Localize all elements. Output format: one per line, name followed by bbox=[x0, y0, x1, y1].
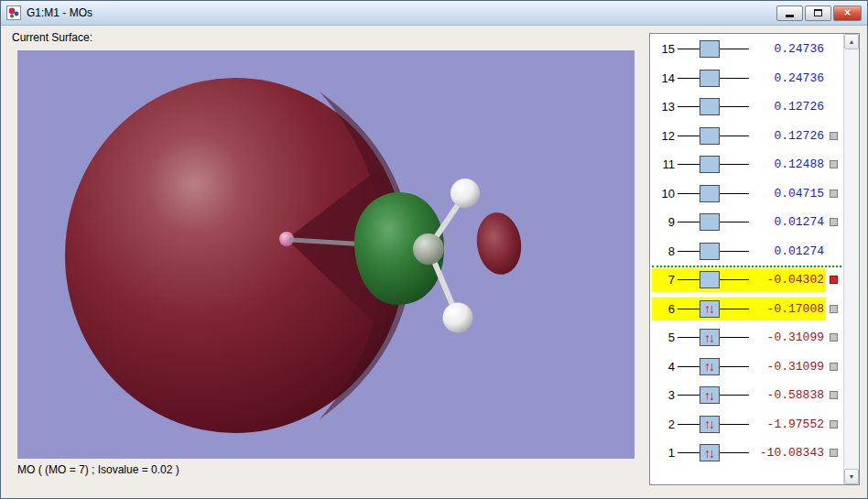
mo-level-line bbox=[678, 309, 700, 309]
mo-select-checkbox[interactable] bbox=[830, 391, 838, 399]
mo-rows: 150.24736140.24736130.12726120.12726110.… bbox=[650, 35, 843, 468]
mo-row-6[interactable]: 6↑↓-0.17008 bbox=[650, 295, 843, 324]
mo-number-label: 6 bbox=[655, 302, 675, 316]
minimize-icon bbox=[786, 15, 794, 17]
mo-orbital-box[interactable] bbox=[700, 156, 720, 173]
mo-select-checkbox[interactable] bbox=[830, 218, 838, 226]
mo-3d-viewport[interactable] bbox=[17, 50, 635, 459]
mo-level-line bbox=[720, 222, 749, 222]
mo-orbital-box[interactable] bbox=[700, 98, 720, 115]
mo-level-line bbox=[678, 136, 700, 136]
mo-energy-value: 0.12726 bbox=[749, 100, 824, 114]
mo-select-checkbox[interactable] bbox=[830, 190, 838, 198]
mo-level-line bbox=[720, 106, 749, 107]
mo-energy-value: -0.58838 bbox=[749, 388, 824, 402]
up-arrow-icon: ▲ bbox=[849, 38, 855, 45]
mo-row-3[interactable]: 3↑↓-0.58838 bbox=[650, 381, 843, 410]
viewport-caption: MO ( (MO = 7) ; Isovalue = 0.02 ) bbox=[17, 463, 179, 476]
mo-level-line bbox=[678, 193, 700, 194]
molecule-orbital-rendering bbox=[17, 50, 635, 459]
current-surface-label: Current Surface: bbox=[12, 31, 92, 44]
mo-energy-value: -0.04302 bbox=[749, 273, 824, 287]
mo-list-scrollbar[interactable]: ▲ ▼ bbox=[843, 34, 859, 484]
mo-select-checkbox[interactable] bbox=[830, 132, 838, 140]
mo-select-checkbox[interactable] bbox=[830, 276, 838, 284]
mo-energy-value: 0.01274 bbox=[749, 244, 824, 258]
mo-orbital-box[interactable] bbox=[700, 70, 720, 87]
mo-number-label: 3 bbox=[655, 388, 675, 402]
mo-level-line bbox=[720, 193, 749, 194]
mo-energy-value: -0.31099 bbox=[749, 331, 824, 344]
mo-orbital-box[interactable] bbox=[700, 213, 720, 231]
mo-select-checkbox[interactable] bbox=[830, 160, 838, 168]
mo-row-4[interactable]: 4↑↓-0.31099 bbox=[650, 353, 843, 382]
mo-number-label: 14 bbox=[655, 71, 675, 85]
mo-number-label: 5 bbox=[655, 331, 675, 344]
mo-number-label: 7 bbox=[655, 273, 675, 287]
mo-row-15[interactable]: 150.24736 bbox=[650, 35, 843, 64]
mo-orbital-box[interactable] bbox=[700, 243, 720, 260]
mo-number-label: 8 bbox=[655, 244, 675, 258]
mo-level-line bbox=[678, 395, 700, 396]
mo-level-line bbox=[678, 49, 700, 49]
mo-energy-value: -1.97552 bbox=[749, 418, 824, 431]
maximize-button[interactable] bbox=[805, 5, 831, 21]
spin-arrows-icon: ↑↓ bbox=[704, 418, 715, 430]
mo-row-13[interactable]: 130.12726 bbox=[650, 92, 843, 122]
window-title: G1:M1 - MOs bbox=[27, 6, 92, 19]
mo-level-line bbox=[678, 164, 700, 165]
mos-window: G1:M1 - MOs × Current Surface: bbox=[0, 0, 868, 499]
mo-row-9[interactable]: 90.01274 bbox=[650, 208, 843, 237]
mo-row-14[interactable]: 140.24736 bbox=[650, 64, 843, 93]
mo-energy-value: 0.12488 bbox=[749, 157, 824, 171]
mo-energy-value: 0.24736 bbox=[749, 42, 824, 56]
mo-orbital-box[interactable] bbox=[700, 127, 720, 145]
mo-orbital-box[interactable] bbox=[700, 271, 720, 288]
mo-energy-value: -0.31099 bbox=[749, 360, 824, 374]
mo-orbital-box[interactable]: ↑↓ bbox=[700, 329, 720, 346]
mo-orbital-box[interactable]: ↑↓ bbox=[700, 444, 720, 461]
mo-row-1[interactable]: 1↑↓-10.08343 bbox=[650, 439, 843, 468]
mo-orbital-box[interactable] bbox=[700, 185, 720, 202]
close-button[interactable]: × bbox=[833, 5, 862, 21]
mo-orbital-box[interactable] bbox=[700, 40, 720, 58]
mo-row-10[interactable]: 100.04715 bbox=[650, 179, 843, 209]
mo-row-7[interactable]: 7-0.04302 bbox=[650, 266, 843, 295]
mo-number-label: 10 bbox=[655, 187, 675, 201]
mo-orbital-box[interactable]: ↑↓ bbox=[700, 386, 720, 404]
mo-row-2[interactable]: 2↑↓-1.97552 bbox=[650, 410, 843, 439]
mo-level-line bbox=[720, 136, 749, 136]
mo-select-checkbox[interactable] bbox=[830, 363, 838, 371]
mo-energy-value: 0.04715 bbox=[749, 187, 824, 201]
mo-level-line bbox=[720, 452, 749, 453]
spin-arrows-icon: ↑↓ bbox=[704, 389, 715, 402]
scroll-down-button[interactable]: ▼ bbox=[844, 469, 859, 484]
scroll-up-button[interactable]: ▲ bbox=[844, 34, 859, 49]
mo-row-12[interactable]: 120.12726 bbox=[650, 122, 843, 151]
mo-number-label: 13 bbox=[655, 100, 675, 114]
mo-orbital-box[interactable]: ↑↓ bbox=[700, 416, 720, 433]
mo-level-line bbox=[678, 251, 700, 252]
app-icon bbox=[6, 5, 21, 20]
homo-lumo-separator bbox=[652, 266, 841, 267]
mo-row-11[interactable]: 110.12488 bbox=[650, 150, 843, 179]
mo-select-checkbox[interactable] bbox=[830, 449, 838, 457]
mo-select-checkbox[interactable] bbox=[830, 420, 838, 428]
mo-row-5[interactable]: 5↑↓-0.31099 bbox=[650, 323, 843, 353]
mo-level-line bbox=[720, 395, 749, 396]
mo-orbital-box[interactable]: ↑↓ bbox=[700, 300, 720, 318]
minimize-button[interactable] bbox=[776, 5, 803, 21]
mo-level-line bbox=[720, 279, 749, 280]
mo-level-line bbox=[678, 366, 700, 367]
mo-number-label: 2 bbox=[655, 418, 675, 431]
mo-select-checkbox[interactable] bbox=[830, 333, 838, 342]
mo-row-8[interactable]: 80.01274 bbox=[650, 237, 843, 266]
mo-orbital-box[interactable]: ↑↓ bbox=[700, 358, 720, 375]
mo-energy-value: -10.08343 bbox=[749, 446, 824, 460]
titlebar[interactable]: G1:M1 - MOs × bbox=[1, 1, 867, 26]
mo-level-line bbox=[720, 49, 749, 49]
mo-level-line bbox=[720, 78, 749, 79]
mo-select-checkbox[interactable] bbox=[830, 305, 838, 313]
mo-number-label: 1 bbox=[655, 446, 675, 460]
mo-level-line bbox=[678, 78, 700, 79]
